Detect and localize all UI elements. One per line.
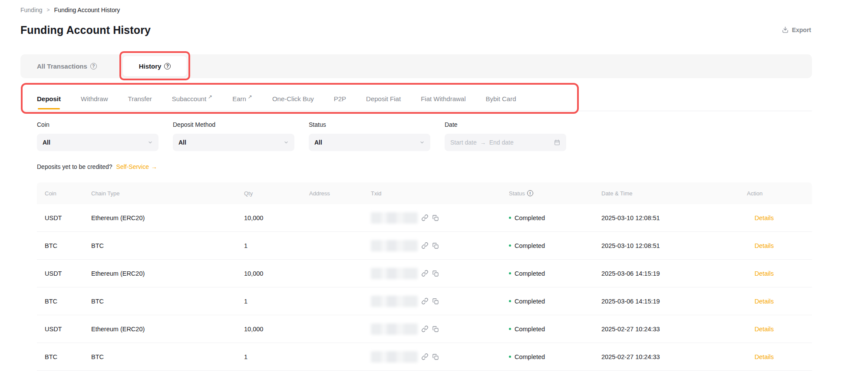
- date-range-arrow-icon: →: [480, 139, 486, 146]
- status-text: Completed: [515, 353, 545, 360]
- cell-chain-type: BTC: [91, 242, 244, 249]
- table-header-cell: Address: [309, 190, 371, 197]
- subtab-item[interactable]: Bybit Card: [486, 88, 516, 109]
- status-dot-icon: [509, 328, 511, 330]
- subtab-item[interactable]: Earn ↗: [232, 88, 252, 109]
- breadcrumb-current: Funding Account History: [54, 7, 120, 13]
- main-tabbar: All Transactions ? History ?: [20, 54, 812, 78]
- table-header-cell: Chain Type: [91, 190, 244, 197]
- subtab-item[interactable]: Transfer: [128, 88, 152, 109]
- pending-deposit-notice: Deposits yet to be credited? Self-Servic…: [37, 163, 157, 170]
- copy-icon[interactable]: [432, 214, 439, 221]
- subtab-label: Deposit: [37, 95, 61, 102]
- download-icon: [782, 26, 789, 33]
- tab-history-label: History: [139, 63, 162, 70]
- cell-chain-type: Ethereum (ERC20): [91, 326, 244, 333]
- end-date-placeholder: End date: [489, 139, 514, 146]
- table-header-cell: Status !: [509, 190, 601, 197]
- external-link-icon: ↗: [208, 94, 212, 100]
- deposit-method-select[interactable]: All: [173, 134, 294, 151]
- table-header-cell: Date & Time: [601, 190, 747, 197]
- table-header-cell: Qty: [244, 190, 309, 197]
- cell-qty: 10,000: [244, 270, 309, 277]
- coin-select[interactable]: All: [37, 134, 158, 151]
- subtab-item[interactable]: Subaccount ↗: [172, 88, 212, 109]
- info-icon[interactable]: !: [527, 190, 533, 196]
- column-label: Address: [309, 190, 330, 197]
- subtab-item[interactable]: Fiat Withdrawal: [421, 88, 465, 109]
- external-link-icon: ↗: [248, 94, 252, 100]
- breadcrumb-funding-link[interactable]: Funding: [20, 7, 43, 13]
- txid-redacted-blur: [371, 323, 418, 335]
- subtab-label: Earn: [232, 95, 246, 102]
- cell-coin: BTC: [37, 242, 91, 249]
- self-service-link[interactable]: Self-Service →: [116, 163, 157, 170]
- txid-link-icon[interactable]: [421, 297, 429, 305]
- self-service-label: Self-Service: [116, 163, 149, 170]
- cell-action: Details: [747, 353, 812, 360]
- txid-redacted-blur: [371, 296, 418, 307]
- export-label: Export: [792, 26, 811, 33]
- column-label: Coin: [45, 190, 56, 197]
- cell-datetime: 2025-03-10 12:08:51: [601, 242, 747, 249]
- copy-icon[interactable]: [432, 298, 439, 305]
- txid-link-icon[interactable]: [421, 214, 429, 221]
- table-header-cell: Coin: [37, 190, 91, 197]
- cell-txid: [371, 240, 509, 251]
- details-link[interactable]: Details: [755, 298, 774, 305]
- cell-coin: USDT: [37, 270, 91, 277]
- status-select-value: All: [314, 139, 419, 146]
- details-link[interactable]: Details: [755, 214, 774, 221]
- cell-datetime: 2025-02-27 10:24:33: [601, 353, 747, 360]
- export-button[interactable]: Export: [782, 26, 811, 33]
- subtab-item[interactable]: Deposit: [37, 88, 61, 109]
- txid-link-icon[interactable]: [421, 353, 429, 360]
- tab-history[interactable]: History ?: [123, 56, 187, 76]
- cell-txid: [371, 323, 509, 335]
- copy-icon[interactable]: [432, 326, 439, 333]
- status-text: Completed: [515, 270, 545, 277]
- cell-action: Details: [747, 326, 812, 333]
- cell-action: Details: [747, 214, 812, 221]
- subtab-item[interactable]: One-Click Buy: [272, 88, 314, 109]
- copy-icon[interactable]: [432, 353, 439, 360]
- subtab-label: Subaccount: [172, 95, 206, 102]
- cell-txid: [371, 268, 509, 279]
- column-label: Action: [747, 190, 762, 197]
- txid-link-icon[interactable]: [421, 270, 429, 277]
- table-body: USDT Ethereum (ERC20) 10,000: [37, 204, 812, 371]
- table-row: USDT Ethereum (ERC20) 10,000: [37, 204, 812, 232]
- subtab-item[interactable]: Withdraw: [81, 88, 108, 109]
- filter-coin-label: Coin: [37, 121, 158, 129]
- help-icon[interactable]: ?: [164, 63, 171, 69]
- table-header-cell: Action: [747, 190, 812, 197]
- txid-link-icon[interactable]: [421, 325, 429, 333]
- cell-status: Completed: [509, 242, 601, 249]
- copy-icon[interactable]: [432, 242, 439, 249]
- table-row: USDT Ethereum (ERC20) 10,000: [37, 260, 812, 287]
- details-link[interactable]: Details: [755, 326, 774, 333]
- status-dot-icon: [509, 356, 511, 358]
- column-label: Status: [509, 190, 525, 197]
- tab-all-transactions[interactable]: All Transactions ?: [37, 54, 97, 78]
- copy-icon[interactable]: [432, 270, 439, 277]
- details-link[interactable]: Details: [755, 242, 774, 249]
- subtab-label: Withdraw: [81, 95, 108, 102]
- status-text: Completed: [515, 242, 545, 249]
- cell-status: Completed: [509, 298, 601, 305]
- breadcrumb: Funding > Funding Account History: [20, 7, 120, 13]
- details-link[interactable]: Details: [755, 270, 774, 277]
- status-select[interactable]: All: [309, 134, 430, 151]
- subtab-item[interactable]: Deposit Fiat: [366, 88, 401, 109]
- subtab-label: One-Click Buy: [272, 95, 314, 102]
- date-range-picker[interactable]: Start date → End date: [445, 134, 566, 151]
- status-dot-icon: [509, 272, 511, 274]
- cell-datetime: 2025-02-27 10:24:33: [601, 326, 747, 333]
- subtab-item[interactable]: P2P: [334, 88, 346, 109]
- details-link[interactable]: Details: [755, 353, 774, 360]
- help-icon[interactable]: ?: [90, 63, 97, 69]
- table-row: USDT Ethereum (ERC20) 10,000: [37, 315, 812, 343]
- cell-coin: BTC: [37, 353, 91, 360]
- txid-link-icon[interactable]: [421, 242, 429, 249]
- table-row: BTC BTC 1: [37, 232, 812, 260]
